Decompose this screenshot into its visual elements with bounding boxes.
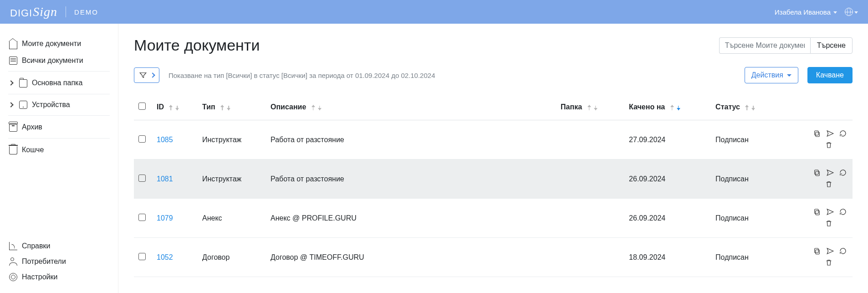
copy-button[interactable] xyxy=(812,129,822,139)
home-icon xyxy=(9,41,17,49)
upload-button[interactable]: Качване xyxy=(807,67,853,83)
language-button[interactable] xyxy=(844,5,858,19)
sort-desc-icon[interactable] xyxy=(226,105,231,110)
cell-folder xyxy=(556,159,624,199)
copy-button[interactable] xyxy=(812,168,822,178)
row-checkbox[interactable] xyxy=(138,214,146,221)
cell-type: Инструктаж xyxy=(198,120,266,159)
user-menu[interactable]: Изабела Иванова xyxy=(775,8,837,16)
header-type[interactable]: Тип xyxy=(198,94,266,120)
sort-desc-icon[interactable] xyxy=(593,105,598,110)
page-title: Моите документи xyxy=(134,36,710,54)
send-button[interactable] xyxy=(825,129,835,139)
search-input[interactable] xyxy=(719,37,810,54)
brand-logo[interactable]: DIGISign xyxy=(10,5,57,19)
sort-desc-icon[interactable] xyxy=(317,105,322,110)
refresh-icon xyxy=(839,208,847,216)
sidebar-item-archive[interactable]: Архив xyxy=(5,118,112,135)
header-id[interactable]: ID xyxy=(152,94,198,120)
sort-asc-icon[interactable] xyxy=(670,105,674,110)
chevron-right-icon xyxy=(8,102,13,107)
delete-button[interactable] xyxy=(825,180,835,190)
brand-prefix: DIGI xyxy=(10,7,32,19)
header-uploaded[interactable]: Качено на xyxy=(624,94,711,120)
user-name: Изабела Иванова xyxy=(775,8,831,16)
delete-button[interactable] xyxy=(825,141,835,151)
sidebar-item-label: Потребители xyxy=(22,257,66,266)
sidebar-item-devices[interactable]: Устройства xyxy=(5,97,112,113)
doc-id-link[interactable]: 1081 xyxy=(157,175,173,183)
sort-asc-icon[interactable] xyxy=(220,105,225,110)
divider xyxy=(8,115,110,116)
cell-uploaded: 26.09.2024 xyxy=(624,199,711,238)
svg-rect-0 xyxy=(816,132,819,137)
top-right: Изабела Иванова xyxy=(775,5,858,19)
sidebar-item-label: Архив xyxy=(22,123,42,131)
sidebar-item-label: Всички документи xyxy=(22,57,83,65)
row-checkbox[interactable] xyxy=(138,135,146,143)
delete-button[interactable] xyxy=(825,258,835,268)
chart-icon xyxy=(9,242,17,250)
send-button[interactable] xyxy=(825,168,835,178)
chevron-right-icon xyxy=(8,80,13,85)
archive-icon xyxy=(9,123,17,132)
sort-desc-icon[interactable] xyxy=(676,105,681,110)
sort-asc-icon[interactable] xyxy=(587,105,592,110)
actions-dropdown[interactable]: Действия xyxy=(745,67,798,83)
table-row[interactable]: 1085ИнструктажРабота от разстояние27.09.… xyxy=(134,120,853,159)
table-row[interactable]: 1052ДоговорДоговор @ TIMEOFF.GURU18.09.2… xyxy=(134,238,853,277)
refresh-button[interactable] xyxy=(838,207,848,217)
doc-id-link[interactable]: 1085 xyxy=(157,136,173,144)
send-button[interactable] xyxy=(825,246,835,256)
brand-demo: DEMO xyxy=(74,8,98,16)
send-button[interactable] xyxy=(825,207,835,217)
refresh-button[interactable] xyxy=(838,129,848,139)
sidebar-item-main-folder[interactable]: Основна папка xyxy=(5,74,112,91)
cell-type: Инструктаж xyxy=(198,159,266,199)
sidebar-item-trash[interactable]: Кошче xyxy=(5,141,112,158)
sidebar-item-settings[interactable]: Настройки xyxy=(5,269,112,285)
row-checkbox[interactable] xyxy=(138,253,146,260)
table-row[interactable]: 1079АнексАнекс @ PROFILE.GURU26.09.2024П… xyxy=(134,199,853,238)
sidebar-item-reports[interactable]: Справки xyxy=(5,238,112,254)
select-all-checkbox[interactable] xyxy=(138,103,146,110)
filter-button[interactable] xyxy=(134,67,159,83)
sidebar-item-label: Основна папка xyxy=(32,79,82,87)
copy-icon xyxy=(813,169,821,177)
header-folder[interactable]: Папка xyxy=(556,94,624,120)
brand-script: Sign xyxy=(33,5,57,19)
header-status[interactable]: Статус xyxy=(711,94,807,120)
search-button[interactable]: Търсене xyxy=(810,37,853,54)
svg-rect-6 xyxy=(816,250,819,254)
delete-button[interactable] xyxy=(825,219,835,229)
svg-rect-5 xyxy=(815,209,818,214)
page-header: Моите документи Търсене xyxy=(134,36,853,54)
sidebar-item-my-documents[interactable]: Моите документи xyxy=(5,35,112,53)
row-checkbox[interactable] xyxy=(138,175,146,182)
cell-actions xyxy=(807,199,853,238)
refresh-button[interactable] xyxy=(838,246,848,256)
sort-desc-icon[interactable] xyxy=(175,105,179,110)
copy-button[interactable] xyxy=(812,207,822,217)
sort-asc-icon[interactable] xyxy=(168,105,173,110)
header-checkbox-cell xyxy=(134,94,152,120)
funnel-icon xyxy=(139,71,147,79)
doc-id-link[interactable]: 1079 xyxy=(157,214,173,222)
trash-icon xyxy=(825,141,833,149)
sort-asc-icon[interactable] xyxy=(311,105,316,110)
doc-id-link[interactable]: 1052 xyxy=(157,253,173,261)
sort-desc-icon[interactable] xyxy=(751,105,756,110)
svg-rect-3 xyxy=(815,170,818,175)
sidebar-item-all-documents[interactable]: Всички документи xyxy=(5,53,112,68)
sort-asc-icon[interactable] xyxy=(745,105,749,110)
users-icon xyxy=(9,257,17,266)
header-description[interactable]: Описание xyxy=(266,94,556,120)
sidebar-item-users[interactable]: Потребители xyxy=(5,254,112,269)
device-icon xyxy=(19,101,27,109)
copy-button[interactable] xyxy=(812,246,822,256)
table-row[interactable]: 1081ИнструктажРабота от разстояние26.09.… xyxy=(134,159,853,199)
refresh-button[interactable] xyxy=(838,168,848,178)
svg-rect-1 xyxy=(815,131,818,135)
actions-label: Действия xyxy=(751,71,783,79)
svg-rect-4 xyxy=(816,211,819,215)
